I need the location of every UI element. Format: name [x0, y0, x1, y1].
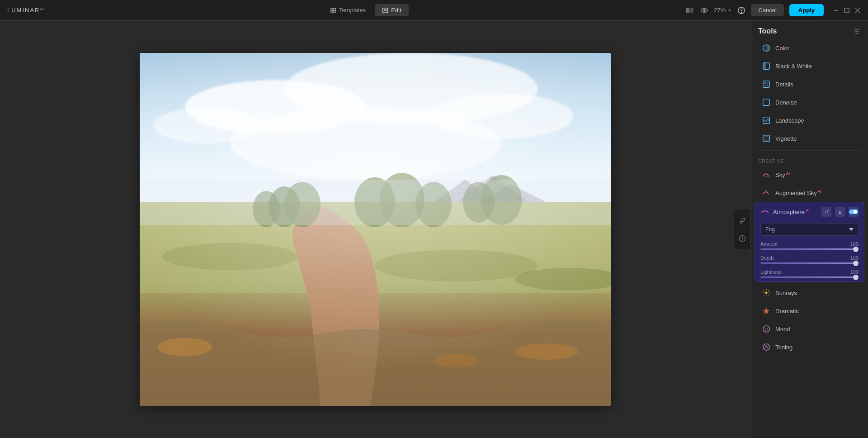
- sky-icon: [762, 170, 771, 179]
- depth-label: Depth: [760, 255, 774, 261]
- minimize-icon[interactable]: [833, 7, 839, 14]
- svg-rect-48: [767, 85, 769, 86]
- atmosphere-icon: [760, 207, 769, 216]
- tool-label-sunrays: Sunrays: [775, 290, 797, 296]
- tool-item-sunrays[interactable]: Sunrays: [755, 284, 864, 302]
- canvas-area[interactable]: [0, 21, 750, 438]
- lightness-value: 100: [850, 269, 859, 275]
- tool-label-sky: SkyAI: [775, 171, 790, 178]
- toning-icon: [762, 343, 771, 352]
- zoom-chevron-icon: [727, 8, 732, 13]
- visibility-icon[interactable]: [700, 6, 708, 14]
- svg-point-67: [767, 328, 768, 329]
- tab-edit[interactable]: Edit: [375, 4, 408, 16]
- dropdown-chevron-icon: [849, 228, 854, 231]
- lightness-slider-row: Lightness 100: [755, 267, 864, 281]
- mood-icon: [762, 324, 771, 333]
- amount-slider-thumb[interactable]: [853, 247, 859, 252]
- tool-item-color[interactable]: Color: [755, 39, 864, 57]
- amount-slider-track[interactable]: [760, 248, 859, 250]
- header-left: LUMINARAI: [7, 7, 45, 14]
- app-header: LUMINARAI Templates Edit: [0, 0, 868, 21]
- zoom-control[interactable]: 27%: [714, 7, 732, 14]
- amount-value: 100: [850, 241, 859, 247]
- tool-item-dramatic[interactable]: Dramatic: [755, 302, 864, 320]
- fog-dropdown-row: Fog: [755, 221, 864, 239]
- tool-item-denoise[interactable]: Denoise: [755, 93, 864, 111]
- tab-templates[interactable]: Templates: [323, 4, 373, 16]
- tool-item-landscape[interactable]: Landscape: [755, 111, 864, 129]
- tool-item-augmented-sky[interactable]: Augmented SkyAI: [755, 184, 864, 202]
- main-area: Tools Color: [0, 21, 868, 438]
- tool-item-details[interactable]: Details: [755, 75, 864, 93]
- svg-rect-3: [686, 8, 689, 13]
- tool-label-vignette: Vignette: [775, 135, 797, 142]
- tool-item-vignette[interactable]: Vignette: [755, 129, 864, 148]
- brush-icon[interactable]: [737, 215, 748, 226]
- svg-point-68: [763, 344, 769, 350]
- svg-rect-51: [763, 135, 769, 142]
- svg-line-63: [769, 290, 769, 290]
- sunrays-icon: [762, 288, 771, 297]
- svg-point-52: [764, 137, 769, 141]
- fog-dropdown-value: Fog: [765, 226, 775, 233]
- header-icons: [686, 6, 708, 14]
- depth-slider-thumb[interactable]: [853, 261, 859, 266]
- panel-filter-icon[interactable]: [853, 27, 861, 35]
- atmosphere-collapse-button[interactable]: ▲: [835, 207, 845, 217]
- tool-item-bw[interactable]: Black & White: [755, 57, 864, 75]
- svg-rect-47: [764, 85, 766, 86]
- tool-label-dramatic: Dramatic: [775, 308, 799, 314]
- depth-slider-fill: [760, 262, 859, 264]
- svg-point-55: [854, 210, 857, 214]
- atmosphere-toggle-button[interactable]: [849, 207, 859, 217]
- panel-header: Tools: [751, 21, 868, 39]
- depth-slider-row: Depth 100: [755, 253, 864, 267]
- divider-1: [758, 150, 861, 151]
- svg-line-61: [764, 290, 764, 290]
- svg-point-65: [763, 326, 769, 332]
- augmented-sky-ai-badge: AI: [818, 189, 822, 194]
- header-right: 27% Cancel Apply: [686, 4, 861, 16]
- templates-icon: [330, 7, 336, 14]
- before-after-icon[interactable]: [686, 6, 694, 14]
- close-icon[interactable]: [854, 7, 861, 14]
- atmosphere-header[interactable]: AtmosphereAI ↺ ▲: [755, 202, 864, 221]
- svg-point-6: [703, 9, 706, 11]
- svg-rect-36: [140, 180, 611, 225]
- color-icon: [762, 43, 771, 52]
- depth-slider-track[interactable]: [760, 262, 859, 264]
- edge-toolbar: [734, 209, 750, 249]
- sky-ai-badge: AI: [786, 171, 790, 176]
- depth-value: 100: [850, 255, 859, 261]
- svg-rect-46: [767, 82, 769, 84]
- augmented-sky-icon: [762, 188, 771, 197]
- svg-rect-10: [844, 8, 849, 13]
- lightness-slider-thumb[interactable]: [853, 275, 859, 280]
- lightness-slider-track[interactable]: [760, 276, 859, 278]
- tool-label-augmented-sky: Augmented SkyAI: [775, 189, 821, 196]
- tool-item-sky[interactable]: SkyAI: [755, 166, 864, 184]
- lightness-slider-fill: [760, 276, 859, 278]
- fog-dropdown[interactable]: Fog: [760, 223, 859, 236]
- help-icon[interactable]: [737, 6, 745, 14]
- amount-label: Amount: [760, 241, 778, 247]
- maximize-icon[interactable]: [844, 7, 850, 14]
- tool-label-mood: Mood: [775, 326, 790, 333]
- svg-rect-44: [763, 81, 769, 87]
- atmosphere-undo-button[interactable]: ↺: [821, 207, 831, 217]
- amount-slider-row: Amount 100: [755, 239, 864, 253]
- apply-button[interactable]: Apply: [789, 4, 824, 16]
- tool-item-mood[interactable]: Mood: [755, 320, 864, 338]
- svg-point-56: [765, 291, 767, 294]
- window-controls: [833, 7, 861, 14]
- dramatic-icon: [762, 306, 771, 315]
- svg-rect-0: [383, 8, 388, 13]
- denoise-icon: [762, 98, 771, 107]
- svg-rect-4: [690, 8, 693, 13]
- tool-item-toning[interactable]: Toning: [755, 338, 864, 356]
- clock-icon[interactable]: [737, 233, 748, 244]
- svg-rect-49: [763, 99, 769, 105]
- cancel-button[interactable]: Cancel: [751, 4, 783, 16]
- bw-icon: [762, 62, 771, 71]
